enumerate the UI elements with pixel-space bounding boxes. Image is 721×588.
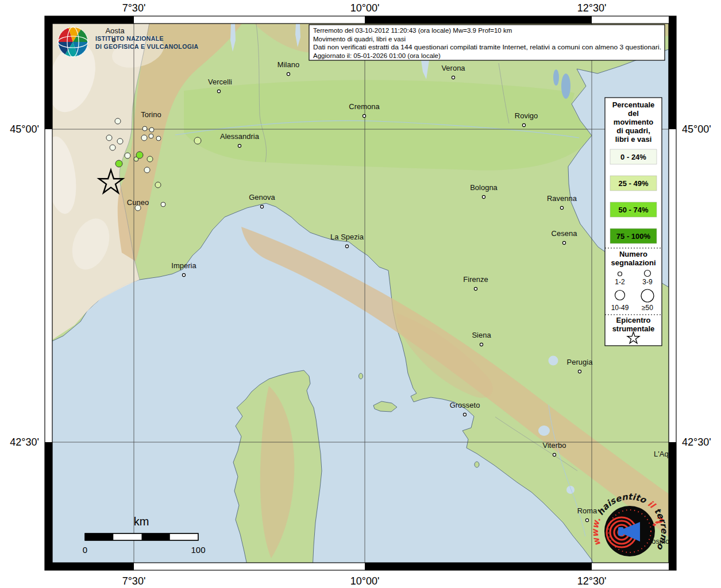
city-marker-dot [463, 413, 466, 416]
axis-label-top-3: 12°30' [577, 2, 607, 14]
legend-swatch-label: 75 - 100% [616, 232, 651, 241]
legend-count-label: 3-9 [642, 278, 653, 286]
axis-label-top-1: 7°30' [122, 2, 146, 14]
title-line-4: Aggiornato il: 05-01-2026 01:00 (ora loc… [313, 52, 441, 59]
legend-count-label: ≥50 [642, 304, 653, 312]
title-box: Terremoto del 03-10-2012 11:20:43 (ora l… [309, 25, 665, 60]
city-label: Torino [141, 110, 161, 119]
scale-bar-unit: km [134, 515, 149, 528]
legend-count-circle-1-2 [618, 272, 622, 276]
giglio-island [475, 462, 479, 467]
city-label: Milano [277, 60, 299, 69]
city-label: Viterbo [543, 441, 566, 450]
frame-seg [365, 16, 592, 24]
felt-report-point [106, 135, 112, 141]
axis-label-left-2: 42°30' [10, 436, 39, 448]
axis-label-left-1: 45°00' [10, 123, 39, 135]
title-line-2: Movimento di quadri, libri e vasi [313, 36, 406, 42]
scale-bar-start-label: 0 [83, 545, 87, 555]
scale-bar-segment [85, 533, 113, 540]
city-marker-dot [217, 90, 220, 92]
axis-label-bottom-3: 12°30' [577, 575, 607, 587]
lake-bracciano [566, 486, 575, 494]
city-marker-dot [345, 245, 348, 247]
felt-report-point [149, 134, 153, 138]
frame-seg [45, 16, 52, 129]
map-area: AostaMilanoVercelliVeronaCremonaRovigoTo… [40, 16, 681, 570]
axis-label-bottom-1: 7°30' [122, 575, 146, 587]
legend-title-line: di quadri, [616, 126, 650, 135]
city-marker-dot [522, 123, 525, 126]
city-marker-dot [287, 72, 290, 75]
city-label: Verona [441, 64, 465, 72]
legend-title-line: del [628, 109, 639, 118]
felt-report-point [141, 135, 147, 141]
city-label: Firenze [463, 275, 488, 284]
legend-title-line: libri e vasi [615, 135, 652, 144]
felt-report-point [147, 156, 153, 162]
city-label: Ravenna [547, 194, 577, 203]
city-marker-dot [238, 144, 241, 147]
legend-count-circle-10-49 [615, 291, 625, 300]
watermark-megaphone-base [618, 527, 623, 536]
lake-trasimeno [549, 356, 558, 366]
felt-report-point [156, 136, 161, 141]
felt-report-point [161, 202, 165, 207]
lake-bolsena [538, 425, 550, 436]
frame-seg [45, 563, 134, 570]
axis-label-right-2: 42°30' [682, 436, 711, 448]
legend-swatch-label: 50 - 74% [618, 206, 648, 214]
legend-count-label: 10-49 [611, 304, 629, 312]
felt-report-point [194, 137, 201, 144]
city-label: Siena [472, 331, 491, 339]
city-label: Cuneo [127, 198, 149, 207]
venice-lagoon [553, 69, 559, 86]
legend-count-title-line: Numero [619, 250, 647, 258]
terrain-po-valley [184, 80, 592, 170]
city-marker-dot [182, 273, 185, 276]
felt-report-point [142, 126, 147, 131]
city-label: Aosta [105, 26, 125, 35]
felt-report-point [115, 118, 121, 124]
map-canvas: AostaMilanoVercelliVeronaCremonaRovigoTo… [0, 0, 721, 588]
city-marker-dot [578, 370, 581, 373]
felt-report-point [125, 153, 130, 158]
frame-seg [669, 442, 676, 570]
city-label: Cremona [349, 102, 380, 111]
venice-lagoon [561, 74, 570, 99]
city-marker-dot [585, 519, 588, 521]
scale-bar-segment [142, 533, 170, 540]
axis-label-top-2: 10°00' [350, 2, 380, 14]
macroseismic-map-page: AostaMilanoVercelliVeronaCremonaRovigoTo… [0, 0, 721, 588]
legend-title-line: movimento [614, 118, 653, 126]
city-marker-dot [482, 195, 485, 198]
axis-label-right-1: 45°00' [682, 123, 711, 135]
felt-report-point [115, 160, 122, 167]
frame-seg [669, 16, 676, 129]
felt-report-point [144, 167, 150, 173]
scale-bar-end-label: 100 [191, 545, 205, 555]
city-marker-dot [553, 453, 556, 456]
felt-report-point [136, 152, 143, 158]
capraia-island [359, 373, 363, 379]
city-label: Grosseto [450, 401, 480, 409]
city-marker-dot [452, 76, 454, 79]
axis-label-bottom-2: 10°00' [350, 575, 380, 587]
city-marker-dot [474, 287, 477, 290]
ingv-logo [58, 27, 88, 57]
city-label: Genova [249, 193, 275, 202]
city-label: Imperia [171, 261, 196, 270]
legend-title-line: Percentuale [612, 100, 655, 109]
legend-swatch-label: 0 - 24% [620, 153, 646, 161]
legend-count-label: 1-2 [615, 278, 625, 286]
title-line-3: Dati non verificati estratti da 144 ques… [313, 44, 661, 51]
city-marker-dot [562, 241, 565, 244]
frame-seg [45, 442, 52, 570]
city-label: Cesena [552, 229, 578, 238]
city-label: Rovigo [515, 111, 538, 120]
felt-report-point [117, 138, 123, 144]
legend: Percentuale del movimento di quadri, lib… [605, 98, 662, 346]
city-label: Vercelli [208, 78, 232, 86]
city-marker-dot [363, 114, 365, 117]
legend-swatch-label: 25 - 49% [618, 179, 648, 188]
